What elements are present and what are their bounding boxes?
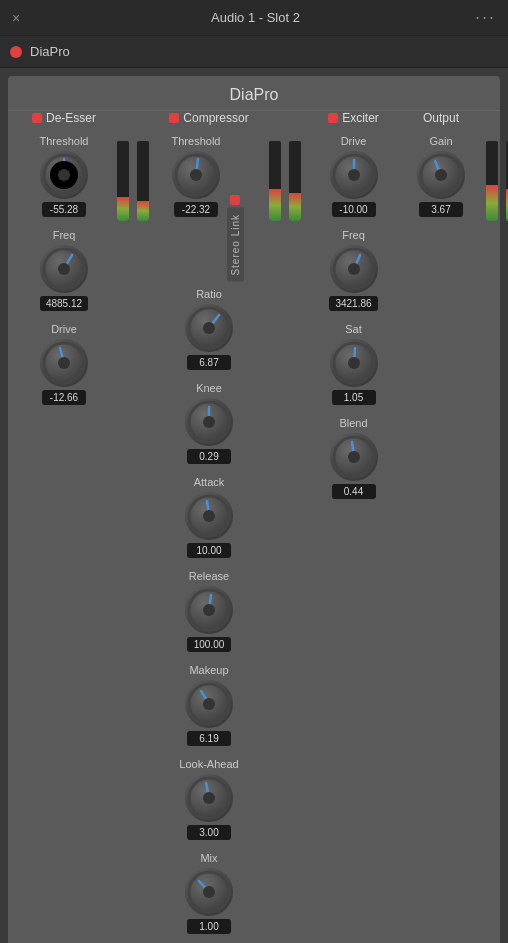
compressor-ratio-group: Ratio 6.87 bbox=[185, 288, 233, 370]
left-vu-meters bbox=[114, 111, 152, 940]
compressor-makeup-group: Makeup 6.19 bbox=[185, 664, 233, 746]
deesser-label: De-Esser bbox=[46, 111, 96, 125]
compressor-threshold-label: Threshold bbox=[172, 135, 221, 147]
stereo-link[interactable]: Stereo Link bbox=[224, 145, 246, 282]
output-section: Output Gain 3.67 bbox=[401, 111, 481, 940]
exciter-drive-group: Drive -10.00 bbox=[330, 135, 378, 217]
svg-point-12 bbox=[203, 416, 215, 428]
exciter-blend-knob[interactable] bbox=[330, 433, 378, 481]
stereo-link-label: Stereo Link bbox=[227, 208, 244, 282]
window-title: Audio 1 - Slot 2 bbox=[36, 10, 475, 25]
compressor-mix-group: Mix 1.00 bbox=[185, 852, 233, 934]
compressor-mix-knob[interactable] bbox=[185, 868, 233, 916]
deesser-freq-value: 4885.12 bbox=[40, 296, 88, 311]
compressor-knee-label: Knee bbox=[196, 382, 222, 394]
exciter-section: Exciter Drive -10.00 Freq bbox=[306, 111, 401, 940]
compressor-indicator bbox=[169, 113, 179, 123]
compressor-release-label: Release bbox=[189, 570, 229, 582]
svg-point-28 bbox=[348, 357, 360, 369]
panel-title: DiaPro bbox=[8, 76, 500, 110]
deesser-threshold-group: Threshold -55.28 bbox=[40, 135, 89, 217]
svg-point-10 bbox=[203, 322, 215, 334]
compressor-threshold-value: -22.32 bbox=[174, 202, 218, 217]
svg-point-32 bbox=[435, 169, 447, 181]
compressor-release-group: Release 100.00 bbox=[185, 570, 233, 652]
exciter-sat-group: Sat 1.05 bbox=[330, 323, 378, 405]
svg-point-16 bbox=[203, 604, 215, 616]
compressor-section: Compressor Threshold -22.32 bbox=[154, 111, 264, 940]
output-gain-label: Gain bbox=[429, 135, 452, 147]
compressor-knee-group: Knee 0.29 bbox=[185, 382, 233, 464]
compressor-makeup-knob[interactable] bbox=[185, 680, 233, 728]
compressor-threshold-group: Threshold -22.32 bbox=[172, 135, 221, 217]
compressor-knee-value: 0.29 bbox=[187, 449, 231, 464]
output-gain-knob[interactable] bbox=[417, 151, 465, 199]
svg-point-26 bbox=[348, 263, 360, 275]
deesser-threshold-label: Threshold bbox=[40, 135, 89, 147]
exciter-indicator bbox=[328, 113, 338, 123]
svg-point-24 bbox=[348, 169, 360, 181]
compressor-attack-knob[interactable] bbox=[185, 492, 233, 540]
plugin-bar: DiaPro bbox=[0, 36, 508, 68]
deesser-threshold-knob[interactable] bbox=[40, 151, 88, 199]
deesser-threshold-value: -55.28 bbox=[42, 202, 86, 217]
more-options-icon[interactable]: ··· bbox=[475, 7, 496, 28]
output-gain-group: Gain 3.67 bbox=[417, 135, 465, 217]
deesser-freq-knob[interactable] bbox=[40, 245, 88, 293]
deesser-drive-knob[interactable] bbox=[40, 339, 88, 387]
plugin-name: DiaPro bbox=[30, 44, 70, 59]
deesser-freq-group: Freq 4885.12 bbox=[40, 229, 88, 311]
deesser-drive-value: -12.66 bbox=[42, 390, 86, 405]
deesser-drive-group: Drive -12.66 bbox=[40, 323, 88, 405]
exciter-blend-group: Blend 0.44 bbox=[330, 417, 378, 499]
compressor-release-value: 100.00 bbox=[187, 637, 231, 652]
compressor-release-knob[interactable] bbox=[185, 586, 233, 634]
compressor-mix-label: Mix bbox=[200, 852, 217, 864]
compressor-threshold-knob[interactable] bbox=[172, 151, 220, 199]
compressor-attack-value: 10.00 bbox=[187, 543, 231, 558]
compressor-ratio-label: Ratio bbox=[196, 288, 222, 300]
stereo-link-indicator bbox=[230, 195, 240, 205]
svg-point-6 bbox=[58, 357, 70, 369]
compressor-lookahead-group: Look-Ahead 3.00 bbox=[179, 758, 238, 840]
compressor-label: Compressor bbox=[183, 111, 248, 125]
compressor-makeup-label: Makeup bbox=[189, 664, 228, 676]
exciter-sat-knob[interactable] bbox=[330, 339, 378, 387]
exciter-freq-label: Freq bbox=[342, 229, 365, 241]
compressor-mix-value: 1.00 bbox=[187, 919, 231, 934]
plugin-active-dot bbox=[10, 46, 22, 58]
output-gain-value: 3.67 bbox=[419, 202, 463, 217]
exciter-freq-knob[interactable] bbox=[330, 245, 378, 293]
svg-point-22 bbox=[203, 886, 215, 898]
svg-point-18 bbox=[203, 698, 215, 710]
compressor-makeup-value: 6.19 bbox=[187, 731, 231, 746]
deesser-freq-label: Freq bbox=[53, 229, 76, 241]
svg-point-2 bbox=[58, 169, 70, 181]
title-bar: × Audio 1 - Slot 2 ··· bbox=[0, 0, 508, 36]
compressor-ratio-value: 6.87 bbox=[187, 355, 231, 370]
compressor-ratio-knob[interactable] bbox=[185, 304, 233, 352]
compressor-lookahead-label: Look-Ahead bbox=[179, 758, 238, 770]
exciter-sat-label: Sat bbox=[345, 323, 362, 335]
deesser-section: De-Esser Threshold -55.28 bbox=[14, 111, 114, 940]
compressor-attack-label: Attack bbox=[194, 476, 225, 488]
close-icon[interactable]: × bbox=[12, 10, 36, 26]
exciter-sat-value: 1.05 bbox=[332, 390, 376, 405]
middle-vu-meters bbox=[266, 111, 304, 940]
svg-point-4 bbox=[58, 263, 70, 275]
svg-point-14 bbox=[203, 510, 215, 522]
compressor-lookahead-knob[interactable] bbox=[185, 774, 233, 822]
compressor-knee-knob[interactable] bbox=[185, 398, 233, 446]
svg-point-30 bbox=[348, 451, 360, 463]
exciter-blend-label: Blend bbox=[339, 417, 367, 429]
output-label: Output bbox=[423, 111, 459, 125]
deesser-indicator bbox=[32, 113, 42, 123]
main-panel: DiaPro De-Esser Threshold bbox=[8, 76, 500, 943]
exciter-drive-knob[interactable] bbox=[330, 151, 378, 199]
exciter-label: Exciter bbox=[342, 111, 379, 125]
exciter-blend-value: 0.44 bbox=[332, 484, 376, 499]
exciter-freq-group: Freq 3421.86 bbox=[329, 229, 377, 311]
svg-point-20 bbox=[203, 792, 215, 804]
exciter-drive-value: -10.00 bbox=[332, 202, 376, 217]
exciter-freq-value: 3421.86 bbox=[329, 296, 377, 311]
